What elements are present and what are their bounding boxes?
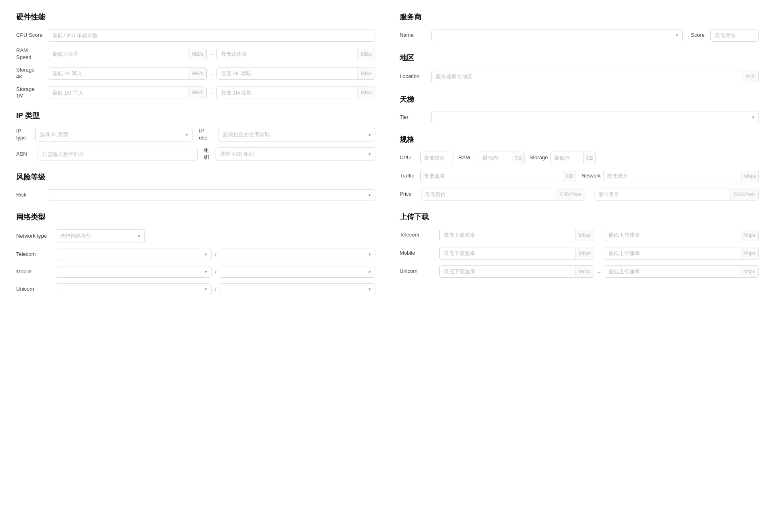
network-type-label: Network type (16, 233, 53, 240)
ip-type-chevron-icon: ▾ (186, 132, 188, 137)
network-type-select[interactable]: 选择网络类型 ▾ (56, 229, 145, 243)
price-dash: – (589, 191, 592, 198)
telecom-chevron-2-icon: ▾ (368, 252, 371, 257)
network-type-chevron-icon: ▾ (138, 234, 140, 239)
mobile-slash: / (215, 269, 216, 275)
spec-price-max-unit: CNY/Year (730, 189, 758, 200)
unicom-chevron-2-icon: ▾ (368, 287, 371, 292)
spec-network-label: Network (582, 173, 601, 179)
spec-section-title: 规格 (400, 135, 759, 144)
asn-input[interactable] (38, 148, 198, 160)
upload-download-section-title: 上传下载 (400, 212, 759, 222)
unicom-network-label: Unicom (16, 286, 53, 293)
location-input[interactable] (432, 71, 742, 82)
spec-price-label: Price (400, 191, 418, 198)
tier-chevron-icon: ▾ (752, 115, 754, 120)
ram-read-input[interactable] (217, 48, 357, 60)
ud-telecom-ul-input[interactable] (604, 229, 740, 241)
ram-write-input[interactable] (48, 48, 188, 60)
telecom-select-2[interactable]: ▾ (220, 249, 375, 260)
ud-telecom-label: Telecom (400, 232, 436, 239)
ud-telecom-dash: – (597, 232, 601, 239)
spec-ram-input[interactable] (479, 152, 512, 164)
ip-type-label: IPtype (16, 128, 30, 141)
location-label: Location (400, 73, 428, 80)
provider-score-label: Score (691, 32, 707, 39)
asn-org-label: 组织 (201, 147, 212, 161)
region-section-title: 地区 (400, 53, 759, 63)
storage-1m-write-input[interactable] (48, 87, 188, 99)
ip-use-chevron-icon: ▾ (368, 132, 371, 137)
spec-price-min-input[interactable] (421, 188, 557, 200)
ud-mobile-ul-input[interactable] (604, 247, 740, 259)
ud-unicom-label: Unicom (400, 268, 436, 275)
telecom-chevron-1-icon: ▾ (205, 252, 207, 257)
mobile-select-2[interactable]: ▾ (220, 266, 375, 278)
unicom-select-1[interactable]: ▾ (56, 283, 212, 295)
ud-unicom-dash: – (597, 268, 601, 275)
tier-select[interactable]: ▾ (431, 112, 759, 123)
telecom-slash: / (215, 251, 216, 258)
ip-type-select[interactable]: 选择 IP 类型 ▾ (35, 128, 193, 141)
tier-section-title: 天梯 (400, 95, 759, 104)
mobile-chevron-1-icon: ▾ (205, 269, 207, 274)
ip-type-section-title: IP 类型 (16, 111, 375, 120)
dash-1: – (210, 51, 213, 57)
provider-score-input[interactable] (710, 29, 759, 42)
ud-unicom-ul-input[interactable] (604, 266, 740, 277)
network-type-section-title: 网络类型 (16, 212, 375, 222)
asn-org-select[interactable]: 选择 ASN 组织 ▾ (216, 147, 376, 161)
spec-traffic-input[interactable] (421, 170, 563, 182)
ud-telecom-dl-input[interactable] (440, 229, 575, 241)
risk-select[interactable]: ▾ (48, 189, 375, 201)
risk-section-title: 风险等级 (16, 172, 375, 182)
ud-telecom-ul-unit: Mbps (740, 230, 758, 241)
asn-label: ASN (16, 151, 34, 158)
ram-write-unit: MB/s (188, 49, 206, 60)
mobile-network-label: Mobile (16, 268, 53, 275)
spec-storage-input[interactable] (551, 152, 583, 164)
ud-telecom-dl-unit: Mbps (575, 230, 594, 241)
ud-mobile-ul-unit: Mbps (740, 248, 758, 259)
cpu-score-input[interactable] (48, 29, 375, 42)
spec-price-max-input[interactable] (595, 188, 730, 200)
unicom-select-2[interactable]: ▾ (220, 283, 375, 295)
spec-traffic-label: Traffic (400, 173, 418, 179)
cpu-score-label: CPU Score (16, 32, 44, 39)
risk-label: Risk (16, 192, 44, 198)
ud-unicom-dl-input[interactable] (440, 266, 575, 277)
mobile-chevron-2-icon: ▾ (368, 269, 371, 274)
spec-network-input[interactable] (603, 170, 741, 182)
unicom-chevron-1-icon: ▾ (205, 287, 207, 292)
asn-org-chevron-icon: ▾ (368, 152, 371, 157)
ud-unicom-ul-unit: Mbps (740, 266, 758, 277)
provider-name-select[interactable]: ▾ (431, 30, 683, 41)
spec-storage-label: Storage (529, 154, 548, 161)
telecom-network-label: Telecom (16, 251, 53, 258)
spec-storage-unit: GB (583, 152, 595, 164)
ud-mobile-dl-input[interactable] (440, 247, 575, 259)
location-lang-label: 中文 (742, 70, 758, 83)
tier-label: Tier (400, 114, 428, 121)
storage-1m-read-input[interactable] (217, 87, 357, 99)
storage-4k-write-input[interactable] (48, 68, 188, 79)
storage-1m-read-unit: MB/s (357, 87, 375, 98)
spec-network-unit: Mbps (741, 171, 758, 182)
storage-4k-read-input[interactable] (217, 68, 357, 79)
telecom-select-1[interactable]: ▾ (56, 249, 212, 260)
spec-ram-unit: MB (512, 152, 524, 164)
spec-traffic-unit: GB (563, 171, 575, 182)
spec-cpu-input[interactable] (421, 152, 453, 164)
storage-1m-label: Storage1M (16, 86, 44, 100)
unicom-slash: / (215, 286, 216, 293)
ip-use-select-value: 必须包含的使用类型 (222, 131, 270, 138)
provider-name-label: Name (400, 32, 428, 39)
provider-section-title: 服务商 (400, 12, 759, 22)
storage-4k-label: Storage4K (16, 67, 44, 80)
hardware-section-title: 硬件性能 (16, 12, 375, 22)
mobile-select-1[interactable]: ▾ (56, 266, 212, 278)
spec-ram-label: RAM (458, 154, 476, 161)
ram-speed-label: RAMSpeed (16, 47, 44, 61)
spec-cpu-label: CPU (400, 154, 418, 161)
ip-use-select[interactable]: 必须包含的使用类型 ▾ (218, 128, 375, 141)
